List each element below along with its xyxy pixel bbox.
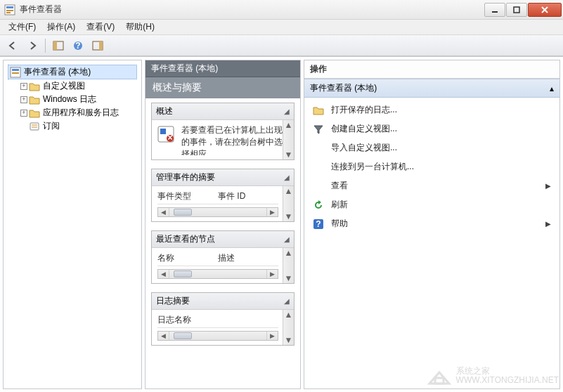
overview-icon: × (156, 124, 176, 144)
expand-icon[interactable]: + (20, 96, 27, 103)
action-label: 导入自定义视图... (331, 142, 397, 154)
vertical-scrollbar[interactable]: ▲▼ (283, 310, 294, 345)
recent-nodes-header[interactable]: 最近查看的节点 ◢ (152, 231, 294, 248)
maximize-button[interactable] (506, 3, 527, 17)
tree-children: + 自定义视图 + Windows 日志 + 应用程序和服务日志 (19, 79, 137, 133)
folder-icon (29, 81, 40, 92)
svg-rect-3 (6, 12, 11, 13)
horizontal-scrollbar[interactable]: ◀▶ (157, 207, 278, 217)
refresh-icon (313, 200, 324, 211)
admin-summary-body: 事件类型 事件 ID ◀▶ ▲▼ (152, 186, 294, 221)
help-icon: ? (313, 218, 324, 230)
window-controls (484, 3, 562, 17)
action-open-saved-log[interactable]: 打开保存的日志... (304, 100, 559, 119)
horizontal-scrollbar[interactable]: ◀▶ (157, 269, 278, 279)
center-body: 概述 ◢ × 若要查看已在计算机上出现的事件，请在控制台树中选择相应 ▲▼ 管理… (145, 98, 300, 358)
tree-node-app-service-logs[interactable]: + 应用程序和服务日志 (19, 106, 137, 119)
workspace: 事件查看器 (本地) + 自定义视图 + Windows 日志 + 应用程序和服… (0, 56, 563, 392)
collapse-icon: ◢ (284, 107, 290, 115)
col-event-type[interactable]: 事件类型 (157, 190, 218, 202)
center-title: 概述与摘要 (145, 77, 300, 98)
recent-nodes-body: 名称 描述 ◀▶ ▲▼ (152, 248, 294, 283)
col-name[interactable]: 名称 (157, 252, 218, 264)
vertical-scrollbar[interactable]: ▲▼ (283, 120, 294, 159)
show-hide-tree-button[interactable] (50, 37, 67, 54)
tree-node-label: 自定义视图 (43, 80, 85, 92)
vertical-scrollbar[interactable]: ▲▼ (283, 248, 294, 283)
log-columns: 日志名称 (157, 314, 278, 328)
action-label: 打开保存的日志... (331, 104, 397, 116)
actions-section-header[interactable]: 事件查看器 (本地) ▴ (304, 79, 559, 98)
center-header: 事件查看器 (本地) (145, 60, 300, 77)
horizontal-scrollbar[interactable]: ◀▶ (157, 331, 278, 341)
log-summary-group: 日志摘要 ◢ 日志名称 ◀▶ ▲▼ (151, 292, 295, 346)
svg-rect-5 (514, 7, 519, 13)
submenu-arrow-icon: ▶ (545, 182, 551, 190)
svg-text:?: ? (316, 219, 321, 229)
admin-summary-header[interactable]: 管理事件的摘要 ◢ (152, 169, 294, 186)
action-label: 查看 (331, 180, 348, 192)
toolbar-separator (45, 39, 46, 53)
actions-list: 打开保存的日志... 创建自定义视图... 导入自定义视图... 连接到另一台计… (304, 98, 559, 236)
tree-pane: 事件查看器 (本地) + 自定义视图 + Windows 日志 + 应用程序和服… (3, 60, 142, 389)
summary-columns: 事件类型 事件 ID (157, 190, 278, 204)
collapse-icon: ◢ (284, 297, 290, 305)
group-label: 最近查看的节点 (156, 233, 215, 245)
action-label: 创建自定义视图... (331, 123, 397, 135)
svg-rect-16 (12, 72, 19, 74)
svg-rect-19 (160, 129, 166, 134)
menu-view[interactable]: 查看(V) (81, 20, 120, 34)
action-label: 帮助 (331, 218, 348, 230)
action-refresh[interactable]: 刷新 (304, 195, 559, 214)
action-connect-computer[interactable]: 连接到另一台计算机... (304, 157, 559, 176)
minimize-button[interactable] (484, 3, 505, 17)
tree-node-label: Windows 日志 (43, 93, 96, 105)
tree-node-label: 订阅 (43, 120, 60, 132)
admin-summary-group: 管理事件的摘要 ◢ 事件类型 事件 ID ◀▶ ▲▼ (151, 169, 295, 222)
svg-rect-17 (30, 123, 39, 130)
window-title: 事件查看器 (20, 4, 484, 15)
menu-file[interactable]: 文件(F) (3, 20, 41, 34)
svg-rect-9 (53, 41, 57, 50)
tree-node-custom-views[interactable]: + 自定义视图 (19, 79, 137, 93)
col-description[interactable]: 描述 (218, 252, 278, 264)
expand-icon[interactable]: + (20, 83, 27, 90)
tree-node-windows-logs[interactable]: + Windows 日志 (19, 93, 137, 106)
vertical-scrollbar[interactable]: ▲▼ (283, 186, 294, 221)
menu-action[interactable]: 操作(A) (41, 20, 81, 34)
action-view-submenu[interactable]: 查看 ▶ (304, 176, 559, 195)
show-hide-action-button[interactable] (89, 37, 106, 54)
log-summary-header[interactable]: 日志摘要 ◢ (152, 293, 294, 310)
nav-back-button[interactable] (4, 37, 21, 54)
tree-node-subscriptions[interactable]: 订阅 (19, 119, 137, 133)
col-event-id[interactable]: 事件 ID (218, 190, 278, 202)
action-import-custom-view[interactable]: 导入自定义视图... (304, 138, 559, 157)
tree-root: 事件查看器 (本地) + 自定义视图 + Windows 日志 + 应用程序和服… (6, 63, 138, 134)
tree-node-label: 应用程序和服务日志 (43, 107, 119, 119)
recent-nodes-group: 最近查看的节点 ◢ 名称 描述 ◀▶ ▲▼ (151, 230, 295, 284)
nav-forward-button[interactable] (24, 37, 41, 54)
svg-rect-13 (99, 41, 103, 50)
toolbar: ? (0, 35, 563, 56)
action-help[interactable]: ? 帮助 ▶ (304, 214, 559, 233)
overview-group: 概述 ◢ × 若要查看已在计算机上出现的事件，请在控制台树中选择相应 ▲▼ (151, 103, 295, 160)
tree-node-label: 事件查看器 (本地) (24, 66, 91, 78)
col-log-name[interactable]: 日志名称 (157, 314, 278, 326)
folder-icon (29, 94, 40, 105)
overview-header[interactable]: 概述 ◢ (152, 103, 294, 120)
event-viewer-icon (10, 67, 21, 78)
expand-icon[interactable]: + (20, 110, 27, 117)
actions-pane: 操作 事件查看器 (本地) ▴ 打开保存的日志... 创建自定义视图... 导入… (304, 60, 560, 389)
help-button[interactable]: ? (70, 37, 86, 54)
action-label: 连接到另一台计算机... (331, 161, 414, 173)
recent-columns: 名称 描述 (157, 252, 278, 266)
actions-pane-title: 操作 (304, 60, 559, 79)
menu-help[interactable]: 帮助(H) (120, 20, 160, 34)
group-label: 概述 (156, 105, 173, 117)
log-summary-body: 日志名称 ◀▶ ▲▼ (152, 310, 294, 345)
folder-icon (29, 107, 40, 119)
svg-text:×: × (167, 133, 172, 143)
action-create-custom-view[interactable]: 创建自定义视图... (304, 119, 559, 138)
close-button[interactable] (528, 3, 562, 17)
tree-node-root[interactable]: 事件查看器 (本地) (8, 65, 137, 79)
